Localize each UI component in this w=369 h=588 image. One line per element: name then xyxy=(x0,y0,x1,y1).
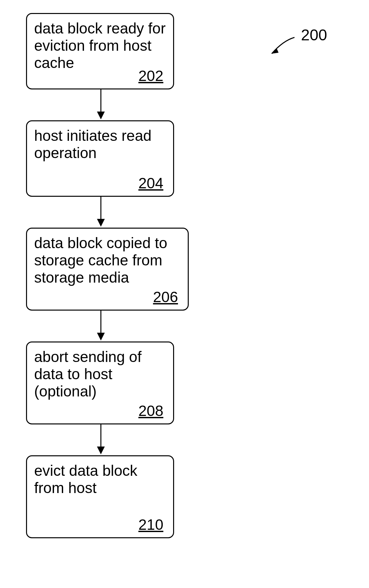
svg-marker-8 xyxy=(97,447,105,454)
svg-marker-4 xyxy=(97,219,105,227)
flow-step-text: host initiates read operation xyxy=(34,127,166,162)
flow-step-text: evict data block from host xyxy=(34,462,166,497)
flow-step-num: 206 xyxy=(153,288,178,306)
flow-step-202: data block ready for eviction from host … xyxy=(26,13,174,89)
flow-step-text: data block copied to storage cache from … xyxy=(34,234,181,286)
flowchart-canvas: 200 data block ready for eviction from h… xyxy=(0,0,369,588)
svg-marker-6 xyxy=(97,333,105,341)
flow-step-210: evict data block from host 210 xyxy=(26,455,174,538)
flow-arrow-202-204 xyxy=(96,89,106,120)
reference-pointer-arrow xyxy=(267,36,299,62)
flow-step-text: abort sending of data to host (optional) xyxy=(34,348,166,400)
flow-step-num: 210 xyxy=(138,516,163,533)
flow-step-204: host initiates read operation 204 xyxy=(26,120,174,197)
flow-step-num: 204 xyxy=(138,174,163,192)
flow-step-206: data block copied to storage cache from … xyxy=(26,228,189,311)
flow-step-num: 208 xyxy=(138,402,163,420)
flow-step-208: abort sending of data to host (optional)… xyxy=(26,341,174,424)
flow-step-text: data block ready for eviction from host … xyxy=(34,20,166,72)
svg-marker-0 xyxy=(272,48,279,54)
flow-arrow-206-208 xyxy=(96,311,106,341)
reference-number: 200 xyxy=(301,26,327,44)
flow-arrow-204-206 xyxy=(96,197,106,228)
flow-step-num: 202 xyxy=(138,67,163,85)
svg-marker-2 xyxy=(97,112,105,119)
flow-arrow-208-210 xyxy=(96,424,106,455)
